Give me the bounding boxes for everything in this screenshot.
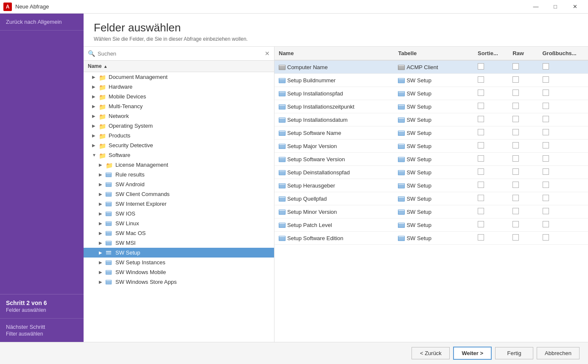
sort-checkbox[interactable] bbox=[478, 129, 484, 135]
tree-item-swsetup[interactable]: ▶ SW Setup bbox=[84, 248, 274, 258]
sort-checkbox[interactable] bbox=[478, 221, 484, 227]
tree-item-network[interactable]: ▶📁Network bbox=[84, 111, 274, 121]
table-row[interactable]: Setup Installationsdatum SW Setup bbox=[274, 113, 588, 126]
table-row[interactable]: Setup Software Name SW Setup bbox=[274, 126, 588, 140]
next-button[interactable]: Weiter > bbox=[453, 347, 492, 360]
tree-item-doc-mgmt[interactable]: ▶📁Document Management bbox=[84, 72, 274, 82]
gross-checkbox[interactable] bbox=[543, 63, 549, 70]
raw-checkbox[interactable] bbox=[512, 234, 519, 241]
tree-item-multitenancy[interactable]: ▶📁Multi-Tenancy bbox=[84, 101, 274, 111]
cell-gross[interactable] bbox=[538, 100, 588, 113]
cell-sort[interactable] bbox=[473, 179, 508, 192]
cell-gross[interactable] bbox=[538, 87, 588, 100]
sort-checkbox[interactable] bbox=[478, 234, 484, 241]
tree-item-swsetupinst[interactable]: ▶ SW Setup Instances bbox=[84, 258, 274, 267]
tree-item-products[interactable]: ▶📁Products bbox=[84, 131, 274, 140]
gross-checkbox[interactable] bbox=[543, 76, 549, 83]
raw-checkbox[interactable] bbox=[512, 221, 519, 227]
cell-gross[interactable] bbox=[538, 153, 588, 166]
cell-raw[interactable] bbox=[508, 87, 538, 100]
raw-checkbox[interactable] bbox=[512, 76, 519, 83]
sort-checkbox[interactable] bbox=[478, 142, 484, 148]
cell-sort[interactable] bbox=[473, 140, 508, 153]
gross-checkbox[interactable] bbox=[543, 234, 549, 241]
sort-checkbox[interactable] bbox=[478, 195, 484, 201]
minimize-button[interactable]: — bbox=[526, 0, 546, 14]
table-row[interactable]: Setup Minor Version SW Setup bbox=[274, 205, 588, 218]
close-button[interactable]: ✕ bbox=[565, 0, 585, 14]
raw-checkbox[interactable] bbox=[512, 195, 519, 201]
table-row[interactable]: Computer Name ACMP Client bbox=[274, 60, 588, 74]
gross-checkbox[interactable] bbox=[543, 90, 549, 96]
tree-item-swmacos[interactable]: ▶ SW Mac OS bbox=[84, 228, 274, 238]
cell-raw[interactable] bbox=[508, 126, 538, 140]
sort-checkbox[interactable] bbox=[478, 168, 484, 175]
cell-sort[interactable] bbox=[473, 192, 508, 205]
cell-raw[interactable] bbox=[508, 74, 538, 87]
raw-checkbox[interactable] bbox=[512, 208, 519, 214]
cell-raw[interactable] bbox=[508, 100, 538, 113]
table-scroll[interactable]: Name Tabelle Sortie... Raw Großbuchs... … bbox=[274, 47, 588, 342]
cell-sort[interactable] bbox=[473, 74, 508, 87]
tree-item-mobile[interactable]: ▶📁Mobile Devices bbox=[84, 92, 274, 101]
table-row[interactable]: Setup Quellpfad SW Setup bbox=[274, 192, 588, 205]
raw-checkbox[interactable] bbox=[512, 129, 519, 135]
tree-item-ruleresults[interactable]: ▶ Rule results bbox=[84, 170, 274, 179]
cell-gross[interactable] bbox=[538, 140, 588, 153]
gross-checkbox[interactable] bbox=[543, 142, 549, 148]
raw-checkbox[interactable] bbox=[512, 155, 519, 162]
gross-checkbox[interactable] bbox=[543, 195, 549, 201]
gross-checkbox[interactable] bbox=[543, 221, 549, 227]
cell-sort[interactable] bbox=[473, 166, 508, 179]
table-row[interactable]: Setup Buildnummer SW Setup bbox=[274, 74, 588, 87]
raw-checkbox[interactable] bbox=[512, 63, 519, 70]
raw-checkbox[interactable] bbox=[512, 182, 519, 188]
tree-item-swwinmobile[interactable]: ▶ SW Windows Mobile bbox=[84, 267, 274, 277]
tree-scroll[interactable]: ▶📁Document Management▶📁Hardware▶📁Mobile … bbox=[84, 72, 274, 342]
cell-gross[interactable] bbox=[538, 179, 588, 192]
sidebar-back-nav[interactable]: Zurück nach Allgemein bbox=[0, 14, 84, 31]
gross-checkbox[interactable] bbox=[543, 168, 549, 175]
cell-gross[interactable] bbox=[538, 113, 588, 126]
cell-gross[interactable] bbox=[538, 166, 588, 179]
cell-raw[interactable] bbox=[508, 218, 538, 232]
cell-raw[interactable] bbox=[508, 140, 538, 153]
raw-checkbox[interactable] bbox=[512, 116, 519, 122]
sort-checkbox[interactable] bbox=[478, 155, 484, 162]
gross-checkbox[interactable] bbox=[543, 129, 549, 135]
cell-sort[interactable] bbox=[473, 60, 508, 74]
table-row[interactable]: Setup Software Version SW Setup bbox=[274, 153, 588, 166]
cell-gross[interactable] bbox=[538, 126, 588, 140]
table-row[interactable]: Setup Software Edition SW Setup bbox=[274, 232, 588, 245]
back-button[interactable]: < Zurück bbox=[412, 347, 450, 359]
tree-item-swandroid[interactable]: ▶ SW Android bbox=[84, 179, 274, 189]
gross-checkbox[interactable] bbox=[543, 208, 549, 214]
tree-item-swclientcmds[interactable]: ▶ SW Client Commands bbox=[84, 189, 274, 199]
tree-item-swmsi[interactable]: ▶ SW MSI bbox=[84, 238, 274, 248]
cell-sort[interactable] bbox=[473, 126, 508, 140]
search-input[interactable] bbox=[98, 50, 265, 57]
tree-item-swie[interactable]: ▶ SW Internet Explorer bbox=[84, 199, 274, 209]
tree-item-swlinux[interactable]: ▶ SW Linux bbox=[84, 218, 274, 228]
tree-item-hardware[interactable]: ▶📁Hardware bbox=[84, 82, 274, 92]
sort-checkbox[interactable] bbox=[478, 103, 484, 109]
cell-gross[interactable] bbox=[538, 205, 588, 218]
tree-item-software[interactable]: ▼📁Software bbox=[84, 150, 274, 160]
sort-checkbox[interactable] bbox=[478, 90, 484, 96]
cell-sort[interactable] bbox=[473, 205, 508, 218]
tree-item-secdet[interactable]: ▶📁Security Detective bbox=[84, 140, 274, 150]
cell-raw[interactable] bbox=[508, 113, 538, 126]
cell-gross[interactable] bbox=[538, 192, 588, 205]
gross-checkbox[interactable] bbox=[543, 103, 549, 109]
raw-checkbox[interactable] bbox=[512, 103, 519, 109]
cell-gross[interactable] bbox=[538, 60, 588, 74]
sort-checkbox[interactable] bbox=[478, 116, 484, 122]
cell-sort[interactable] bbox=[473, 153, 508, 166]
tree-item-swios[interactable]: ▶ SW IOS bbox=[84, 209, 274, 218]
tree-sort-icon[interactable]: ▲ bbox=[104, 64, 108, 69]
raw-checkbox[interactable] bbox=[512, 90, 519, 96]
cell-gross[interactable] bbox=[538, 74, 588, 87]
tree-item-opsys[interactable]: ▶📁Operating System bbox=[84, 121, 274, 131]
tree-item-swwinstoreapps[interactable]: ▶ SW Windows Store Apps bbox=[84, 277, 274, 287]
table-row[interactable]: Setup Installationszeitpunkt SW Setup bbox=[274, 100, 588, 113]
